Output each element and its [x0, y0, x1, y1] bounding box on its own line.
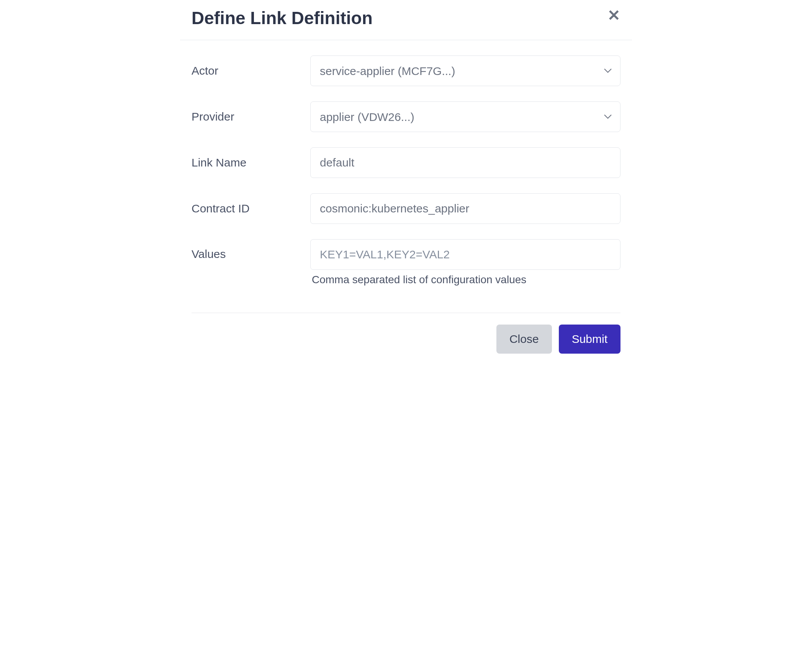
- provider-row: Provider applier (VDW26...): [192, 101, 620, 132]
- link-name-control: [310, 147, 620, 178]
- modal-body: Actor service-applier (MCF7G...) Provide…: [180, 40, 632, 309]
- contract-id-row: Contract ID: [192, 193, 620, 224]
- provider-select[interactable]: applier (VDW26...): [310, 101, 620, 132]
- contract-id-label: Contract ID: [192, 202, 310, 215]
- values-label: Values: [192, 239, 310, 261]
- link-name-row: Link Name: [192, 147, 620, 178]
- values-input[interactable]: [310, 239, 620, 270]
- close-button[interactable]: Close: [496, 324, 552, 354]
- modal-title: Define Link Definition: [192, 8, 373, 28]
- actor-control: service-applier (MCF7G...): [310, 55, 620, 86]
- values-control: Comma separated list of configuration va…: [310, 239, 620, 286]
- contract-id-input[interactable]: [310, 193, 620, 224]
- modal-footer: Close Submit: [180, 313, 632, 361]
- actor-label: Actor: [192, 64, 310, 77]
- provider-label: Provider: [192, 110, 310, 123]
- close-icon[interactable]: ✕: [608, 8, 620, 23]
- actor-row: Actor service-applier (MCF7G...): [192, 55, 620, 86]
- actor-select[interactable]: service-applier (MCF7G...): [310, 55, 620, 86]
- link-name-input[interactable]: [310, 147, 620, 178]
- values-help-text: Comma separated list of configuration va…: [312, 274, 620, 286]
- values-row: Values Comma separated list of configura…: [192, 239, 620, 286]
- link-name-label: Link Name: [192, 156, 310, 169]
- modal-header: Define Link Definition ✕: [180, 0, 632, 40]
- submit-button[interactable]: Submit: [559, 324, 620, 354]
- provider-control: applier (VDW26...): [310, 101, 620, 132]
- link-definition-modal: Define Link Definition ✕ Actor service-a…: [180, 0, 632, 361]
- contract-id-control: [310, 193, 620, 224]
